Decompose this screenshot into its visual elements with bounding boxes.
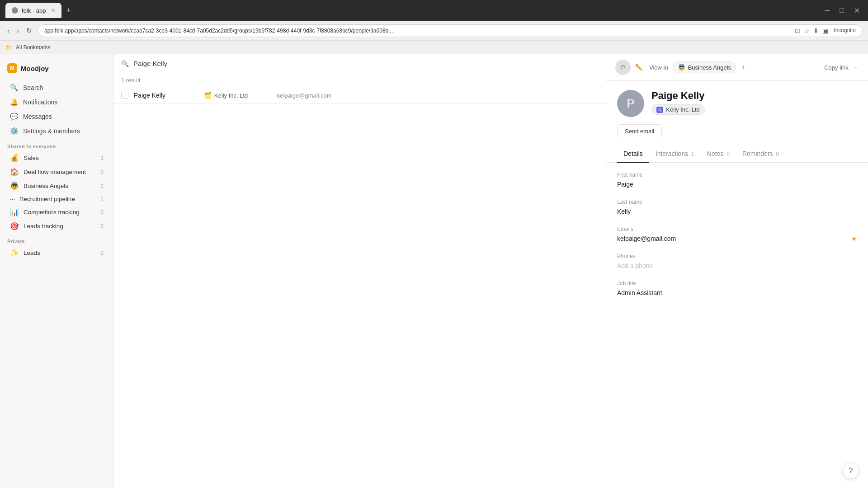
results-area: 1 result Paige Kelly ··· 🗂️ Kelly Inc. L… (114, 73, 606, 488)
main-content: 🔍 Paige Kelly 1 result Paige Kelly ··· 🗂… (114, 54, 606, 488)
emails-field: Emails kelpaige@gmail.com ★ (617, 226, 857, 242)
first-name-field: First name Paige (617, 172, 857, 188)
result-more-button[interactable]: ··· (193, 92, 198, 99)
active-tab[interactable]: folk - app ✕ (5, 3, 61, 18)
brand-icon: M (7, 63, 17, 73)
table-row[interactable]: Paige Kelly ··· 🗂️ Kelly Inc. Ltd kelpai… (114, 87, 606, 104)
first-name-label: First name (617, 172, 857, 178)
avatar-letter: P (627, 97, 634, 111)
search-query-display: Paige Kelly (133, 60, 167, 67)
incognito-label: Incognito (834, 27, 856, 34)
deal-flow-label: Deal flow management (24, 169, 86, 175)
star-icon[interactable]: ★ (851, 235, 857, 242)
sidebar-search-label: Search (23, 84, 43, 91)
back-button[interactable]: ‹ (5, 26, 11, 35)
sidebar-item-sales[interactable]: 💰 Sales 3 (3, 151, 111, 165)
result-checkbox[interactable] (121, 92, 128, 99)
tab-details-label: Details (623, 150, 643, 157)
leads-count: 0 (100, 250, 104, 256)
deal-flow-count: 0 (100, 169, 104, 175)
tab-interactions[interactable]: Interactions 1 (649, 145, 701, 163)
job-title-field: Job title Admin Assistant (617, 280, 857, 296)
edit-icon[interactable]: ✏️ (635, 64, 643, 71)
last-name-label: Last name (617, 199, 857, 205)
bookmark-star-icon[interactable]: ☆ (804, 27, 810, 34)
sidebar-item-search[interactable]: 🔍 Search (3, 80, 111, 95)
contact-company-badge[interactable]: K Kelly Inc. Ltd (651, 104, 705, 115)
messages-icon: 💬 (10, 113, 19, 121)
panel-header: P ✏️ View in 👼 Business Angels + Copy li… (606, 54, 868, 81)
sidebar-icon[interactable]: ▣ (822, 27, 828, 34)
send-email-button[interactable]: Send email (617, 124, 662, 138)
sidebar-brand: M Moodjoy (0, 60, 113, 80)
brand-name: Moodjoy (21, 65, 49, 72)
tab-interactions-label: Interactions (656, 150, 688, 157)
url-bar-row: ‹ › ↻ app.folk.app/apps/contacts/network… (0, 21, 868, 41)
email-value[interactable]: kelpaige@gmail.com (617, 235, 676, 242)
bookmarks-label[interactable]: All Bookmarks (16, 44, 51, 51)
sales-emoji: 💰 (10, 154, 19, 162)
sidebar-item-messages[interactable]: 💬 Messages (3, 109, 111, 124)
tab-reminders[interactable]: Reminders 0 (736, 145, 785, 163)
contact-full-name: Paige Kelly (651, 90, 705, 102)
sidebar-item-leads[interactable]: ✨ Leads 0 (3, 246, 111, 260)
sidebar-item-notifications[interactable]: 🔔 Notifications (3, 95, 111, 109)
sidebar-item-competitors[interactable]: 📊 Competitors tracking 0 (3, 205, 111, 219)
search-icon: 🔍 (10, 84, 19, 92)
leads-tracking-count: 0 (100, 223, 104, 230)
view-in-badge[interactable]: 👼 Business Angels (673, 61, 736, 73)
sidebar-item-settings[interactable]: ⚙️ Settings & members (3, 124, 111, 138)
result-company-name: Kelly Inc. Ltd (214, 92, 248, 99)
company-icon: 🗂️ (204, 92, 212, 99)
reader-mode-icon[interactable]: ⊡ (795, 27, 800, 34)
download-icon[interactable]: ⬇ (813, 27, 819, 34)
url-bar-icons: ⊡ ☆ ⬇ ▣ Incognito (795, 27, 856, 34)
tab-favicon (12, 7, 18, 14)
forward-button[interactable]: › (15, 26, 21, 35)
sidebar-item-deal-flow[interactable]: 🏠 Deal flow management 0 (3, 165, 111, 179)
app-container: M Moodjoy 🔍 Search 🔔 Notifications 💬 Mes… (0, 54, 868, 488)
competitors-count: 0 (100, 209, 104, 216)
phones-field: Phones Add a phone (617, 253, 857, 269)
view-in-badge-emoji: 👼 (678, 64, 685, 71)
sidebar-item-recruitment[interactable]: ··· Recruitment pipeline 1 (3, 193, 111, 205)
contact-info: Paige Kelly K Kelly Inc. Ltd (651, 90, 705, 115)
business-angels-count: 2 (100, 183, 104, 189)
new-tab-button[interactable]: + (63, 6, 74, 15)
sidebar-item-business-angels[interactable]: 👼 Business Angels 2 (3, 179, 111, 193)
maximize-button[interactable]: □ (837, 5, 847, 16)
close-window-button[interactable]: ✕ (851, 5, 863, 16)
tab-reminders-label: Reminders (742, 150, 773, 157)
copy-link-button[interactable]: Copy link (824, 64, 848, 71)
details-content: First name Paige Last name Kelly Emails … (606, 163, 868, 488)
tab-notes[interactable]: Notes 0 (701, 145, 736, 163)
tab-close-btn[interactable]: ✕ (51, 8, 55, 14)
last-name-value[interactable]: Kelly (617, 208, 857, 215)
leads-label: Leads (24, 249, 40, 256)
sidebar-item-leads-tracking[interactable]: 🎯 Leads tracking 0 (3, 219, 111, 233)
emails-label: Emails (617, 226, 857, 232)
recruitment-emoji: ··· (10, 196, 15, 202)
tab-details[interactable]: Details (617, 145, 649, 163)
add-group-button[interactable]: + (741, 63, 745, 71)
view-in-group-name: Business Angels (688, 64, 731, 71)
bell-icon: 🔔 (10, 98, 19, 106)
sidebar: M Moodjoy 🔍 Search 🔔 Notifications 💬 Mes… (0, 54, 114, 488)
first-name-value[interactable]: Paige (617, 181, 857, 188)
phones-placeholder[interactable]: Add a phone (617, 262, 857, 269)
minimize-button[interactable]: ─ (822, 5, 832, 16)
url-bar[interactable]: app.folk.app/apps/contacts/network/ccaa7… (38, 24, 863, 37)
last-name-field: Last name Kelly (617, 199, 857, 215)
deal-flow-emoji: 🏠 (10, 168, 19, 176)
reload-button[interactable]: ↻ (24, 26, 34, 36)
help-button[interactable]: ? (843, 463, 859, 479)
job-title-value[interactable]: Admin Assistant (617, 289, 857, 296)
result-email: kelpaige@gmail.com (277, 92, 332, 99)
competitors-emoji: 📊 (10, 208, 19, 216)
panel-more-button[interactable]: ··· (853, 63, 859, 71)
window-controls: ─ □ ✕ (822, 5, 863, 16)
leads-tracking-label: Leads tracking (24, 223, 63, 230)
url-text: app.folk.app/apps/contacts/network/ccaa7… (44, 28, 393, 34)
panel-avatar-button[interactable]: P (615, 60, 631, 75)
sales-label: Sales (24, 155, 39, 161)
